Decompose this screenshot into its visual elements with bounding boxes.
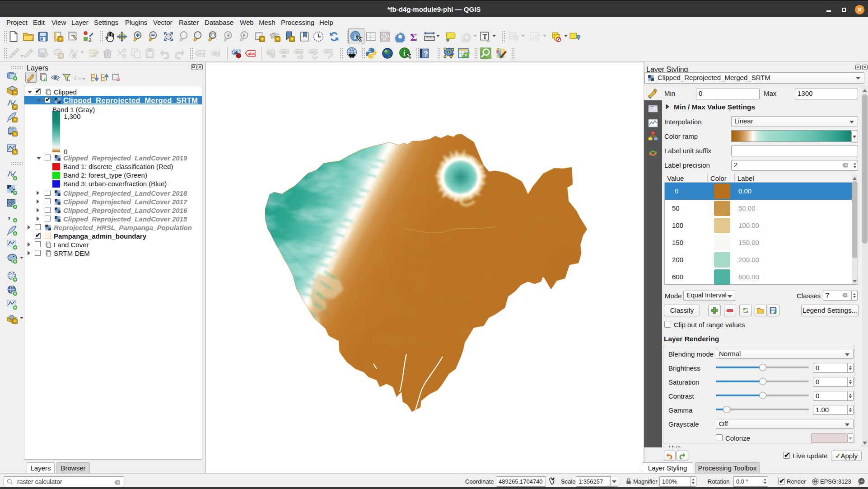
svg-text:i: i	[354, 33, 356, 40]
svg-text:T: T	[483, 33, 487, 40]
svg-text:ab: ab	[268, 50, 273, 55]
svg-text:,: ,	[8, 212, 10, 221]
svg-text:Σ: Σ	[410, 31, 417, 42]
svg-text:abc: abc	[311, 50, 317, 54]
svg-text:abc: abc	[326, 50, 332, 54]
svg-text:i: i	[403, 49, 406, 57]
svg-text:?: ?	[424, 50, 428, 58]
svg-text:abc: abc	[198, 51, 205, 56]
svg-text:ε: ε	[75, 74, 77, 81]
svg-text:abc: abc	[248, 51, 256, 56]
svg-text:abc: abc	[296, 50, 303, 54]
svg-text:abc: abc	[282, 50, 288, 54]
svg-text:1:1: 1:1	[211, 33, 215, 37]
svg-text:a: a	[89, 37, 92, 42]
